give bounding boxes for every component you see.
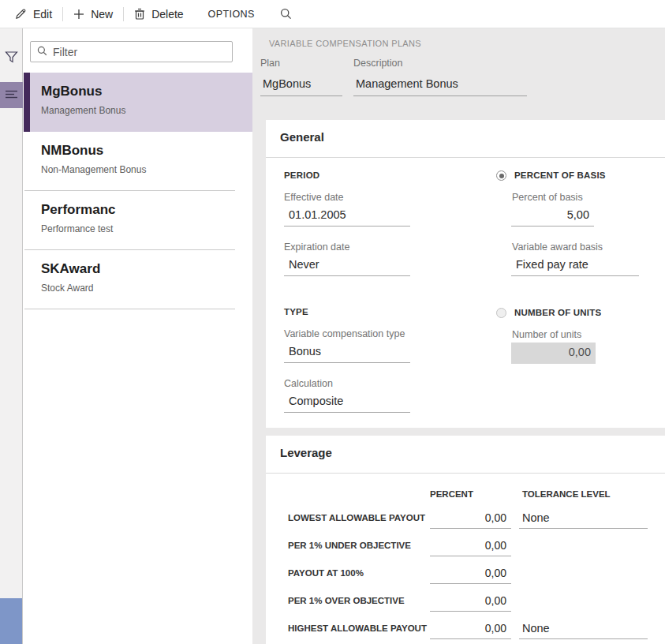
- edit-button[interactable]: Edit: [5, 0, 62, 28]
- description-field-input[interactable]: Management Bonus: [353, 73, 527, 96]
- table-row: LOWEST ALLOWABLE PAYOUT 0,00 None: [266, 509, 665, 530]
- list-item-subtitle: Management Bonus: [41, 105, 252, 116]
- list-item-title: NMBonus: [41, 143, 252, 159]
- options-menu-button[interactable]: OPTIONS: [194, 0, 269, 28]
- row-label: PER 1% OVER OBJECTIVE: [288, 596, 405, 605]
- delete-button[interactable]: Delete: [124, 0, 193, 28]
- table-row: PAYOUT AT 100% 0,00: [266, 564, 665, 585]
- list-item-title: SKAward: [41, 261, 252, 277]
- percent-column-header: PERCENT: [430, 489, 473, 499]
- general-card: General PERIOD Effective date 01.01.2005…: [266, 120, 665, 428]
- menu-lines-icon: [5, 88, 18, 103]
- left-icon-rail: [0, 28, 23, 644]
- list-item-performanc[interactable]: Performanc Performance test: [24, 191, 252, 250]
- tolerance-column-header: TOLERANCE LEVEL: [522, 489, 611, 499]
- expiration-date-label: Expiration date: [284, 242, 349, 253]
- funnel-icon: [5, 53, 18, 66]
- list-item-subtitle: Stock Award: [41, 283, 252, 294]
- compensation-type-label: Variable compensation type: [284, 328, 405, 339]
- number-of-units-label: Number of units: [512, 329, 581, 340]
- tolerance-input[interactable]: [519, 537, 648, 556]
- table-row: PER 1% OVER OBJECTIVE 0,00: [266, 592, 665, 612]
- top-toolbar: Edit New Delete OPTIONS: [0, 0, 665, 28]
- calculation-label: Calculation: [284, 378, 333, 389]
- compensation-type-input[interactable]: Bonus: [284, 342, 410, 363]
- selected-accent-bar: [24, 73, 30, 132]
- type-group-heading: TYPE: [284, 307, 308, 316]
- tolerance-input[interactable]: None: [519, 509, 648, 529]
- percent-of-basis-radio[interactable]: [496, 170, 506, 181]
- general-card-title: General: [280, 130, 324, 144]
- list-item-nmbonus[interactable]: NMBonus Non-Management Bonus: [24, 132, 252, 191]
- list-item-mgbonus[interactable]: MgBonus Management Bonus: [24, 73, 252, 132]
- row-label: PER 1% UNDER OBJECTIVE: [288, 541, 411, 550]
- list-item-skaward[interactable]: SKAward Stock Award: [24, 250, 252, 309]
- description-field-label: Description: [353, 58, 403, 69]
- variable-award-basis-label: Variable award basis: [512, 242, 603, 253]
- new-button[interactable]: New: [63, 0, 123, 28]
- new-label: New: [91, 8, 113, 21]
- divider: [266, 157, 665, 158]
- detail-pane: VARIABLE COMPENSATION PLANS Plan MgBonus…: [252, 28, 665, 644]
- plan-field-input[interactable]: MgBonus: [260, 73, 342, 96]
- page-title: VARIABLE COMPENSATION PLANS: [269, 39, 421, 48]
- plus-icon: [73, 9, 84, 20]
- calculation-input[interactable]: Composite: [284, 391, 410, 413]
- list-item-subtitle: Performance test: [41, 223, 252, 234]
- row-label: HIGHEST ALLOWABLE PAYOUT: [288, 623, 427, 633]
- leverage-card: Leverage PERCENT TOLERANCE LEVEL LOWEST …: [266, 436, 665, 644]
- filter-pane-button[interactable]: [5, 51, 18, 64]
- percent-input[interactable]: 0,00: [430, 509, 511, 529]
- filter-box: [30, 41, 233, 62]
- plan-list-panel: MgBonus Management Bonus NMBonus Non-Man…: [24, 28, 252, 644]
- tolerance-input[interactable]: None: [519, 620, 648, 639]
- number-of-units-radio[interactable]: [496, 308, 506, 318]
- row-label: LOWEST ALLOWABLE PAYOUT: [288, 513, 425, 522]
- percent-of-basis-heading: PERCENT OF BASIS: [514, 170, 606, 180]
- table-row: PER 1% UNDER OBJECTIVE 0,00: [266, 537, 665, 557]
- number-of-units-heading: NUMBER OF UNITS: [514, 308, 601, 317]
- pencil-icon: [15, 8, 27, 20]
- list-divider: [24, 309, 235, 309]
- rail-bottom-strip: [0, 598, 22, 644]
- divider: [266, 473, 665, 474]
- percent-input[interactable]: 0,00: [430, 592, 511, 612]
- percent-input[interactable]: 0,00: [430, 537, 511, 556]
- percent-of-basis-label: Percent of basis: [512, 192, 583, 203]
- list-item-title: MgBonus: [41, 84, 252, 99]
- list-item-title: Performanc: [41, 202, 252, 218]
- effective-date-input[interactable]: 01.01.2005: [284, 205, 410, 227]
- search-icon: [37, 45, 47, 59]
- percent-input[interactable]: 0,00: [430, 620, 511, 639]
- trash-icon: [134, 8, 145, 20]
- leverage-card-title: Leverage: [280, 446, 332, 459]
- tolerance-input[interactable]: [519, 592, 648, 612]
- expiration-date-input[interactable]: Never: [284, 255, 410, 276]
- collapse-list-button[interactable]: [0, 82, 23, 108]
- number-of-units-input-disabled: 0,00: [511, 343, 596, 364]
- table-row: HIGHEST ALLOWABLE PAYOUT 0,00 None: [266, 620, 665, 640]
- percent-of-basis-input[interactable]: 5,00: [511, 205, 594, 227]
- list-item-subtitle: Non-Management Bonus: [41, 164, 252, 175]
- filter-input[interactable]: [53, 46, 226, 58]
- tolerance-input[interactable]: [519, 564, 648, 584]
- search-button[interactable]: [269, 0, 303, 28]
- search-icon: [280, 8, 292, 20]
- edit-label: Edit: [33, 8, 52, 21]
- variable-award-basis-input[interactable]: Fixed pay rate: [511, 255, 639, 276]
- delete-label: Delete: [151, 8, 183, 21]
- percent-input[interactable]: 0,00: [430, 564, 511, 584]
- plan-field-label: Plan: [260, 58, 280, 69]
- options-label: OPTIONS: [208, 9, 255, 20]
- effective-date-label: Effective date: [284, 192, 344, 203]
- row-label: PAYOUT AT 100%: [288, 568, 364, 578]
- plan-list: MgBonus Management Bonus NMBonus Non-Man…: [24, 73, 252, 309]
- period-group-heading: PERIOD: [284, 170, 319, 180]
